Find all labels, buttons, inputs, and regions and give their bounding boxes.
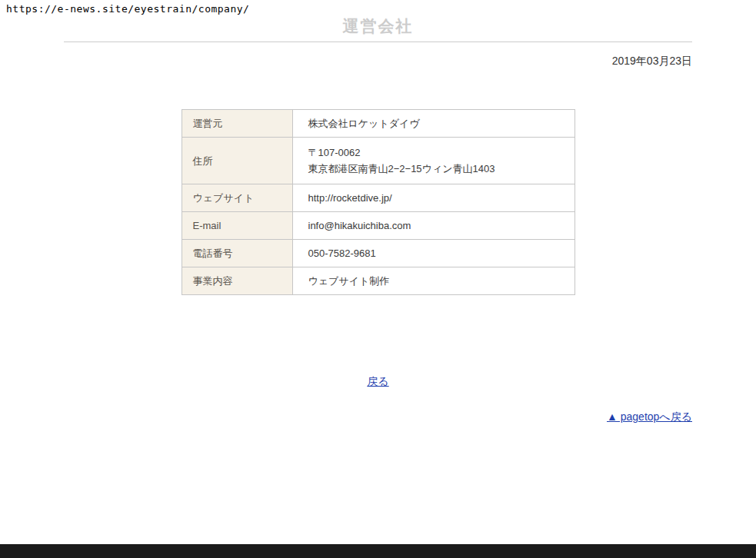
row-value: http://rocketdive.jp/: [292, 184, 574, 212]
table-row-phone: 電話番号 050-7582-9681: [182, 240, 574, 267]
address-line-postal: 〒107-0062: [308, 144, 568, 161]
row-value: info@hikakuichiba.com: [292, 212, 574, 240]
row-label: 住所: [182, 138, 292, 184]
page-title: 運営会社: [64, 16, 692, 42]
back-link[interactable]: 戻る: [367, 375, 388, 387]
row-value: ウェブサイト制作: [292, 267, 574, 295]
page-date: 2019年03月23日: [64, 55, 692, 67]
table-row-business: 事業内容 ウェブサイト制作: [182, 267, 574, 295]
row-label: E-mail: [182, 212, 292, 240]
row-value: 〒107-0062 東京都港区南青山2−2−15ウィン青山1403: [292, 138, 574, 184]
row-value: 050-7582-9681: [292, 240, 574, 267]
table-row-operator: 運営元 株式会社ロケットダイヴ: [182, 110, 574, 138]
table-row-email: E-mail info@hikakuichiba.com: [182, 212, 574, 240]
table-row-address: 住所 〒107-0062 東京都港区南青山2−2−15ウィン青山1403: [182, 138, 574, 184]
row-label: 電話番号: [182, 240, 292, 267]
table-row-website: ウェブサイト http://rocketdive.jp/: [182, 184, 574, 212]
main-container: 運営会社 2019年03月23日 運営元 株式会社ロケットダイヴ 住所 〒107…: [64, 0, 692, 424]
footer-bar: [0, 544, 756, 558]
company-info-table: 運営元 株式会社ロケットダイヴ 住所 〒107-0062 東京都港区南青山2−2…: [182, 109, 575, 295]
address-line-street: 東京都港区南青山2−2−15ウィン青山1403: [308, 161, 568, 177]
row-label: ウェブサイト: [182, 184, 292, 212]
pagetop-link[interactable]: ▲ pagetopへ戻る: [607, 410, 692, 423]
row-label: 事業内容: [182, 267, 292, 295]
pagetop-link-wrap: ▲ pagetopへ戻る: [64, 410, 692, 424]
back-link-wrap: 戻る: [64, 375, 692, 389]
row-value: 株式会社ロケットダイヴ: [292, 110, 574, 138]
row-label: 運営元: [182, 110, 292, 138]
